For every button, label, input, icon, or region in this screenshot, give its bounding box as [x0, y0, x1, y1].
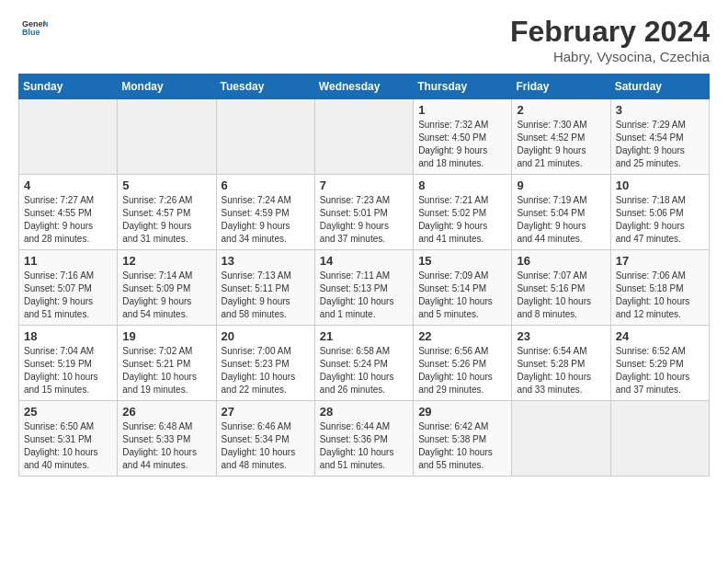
- day-number: 20: [222, 329, 310, 343]
- calendar-cell: 3Sunrise: 7:29 AM Sunset: 4:54 PM Daylig…: [610, 99, 709, 175]
- day-info: Sunrise: 7:32 AM Sunset: 4:50 PM Dayligh…: [418, 119, 506, 170]
- title-section: February 2024 Habry, Vysocina, Czechia: [510, 15, 710, 64]
- calendar-cell: 29Sunrise: 6:42 AM Sunset: 5:38 PM Dayli…: [414, 401, 512, 477]
- day-info: Sunrise: 6:46 AM Sunset: 5:34 PM Dayligh…: [222, 420, 310, 472]
- calendar-cell: 27Sunrise: 6:46 AM Sunset: 5:34 PM Dayli…: [216, 401, 314, 477]
- day-info: Sunrise: 6:52 AM Sunset: 5:29 PM Dayligh…: [616, 345, 704, 396]
- calendar-cell: 9Sunrise: 7:19 AM Sunset: 5:04 PM Daylig…: [512, 175, 610, 250]
- svg-text:Blue: Blue: [22, 28, 40, 37]
- day-number: 26: [122, 405, 210, 419]
- day-info: Sunrise: 7:04 AM Sunset: 5:19 PM Dayligh…: [24, 345, 112, 396]
- day-number: 3: [616, 103, 704, 117]
- day-info: Sunrise: 7:02 AM Sunset: 5:21 PM Dayligh…: [122, 345, 210, 396]
- day-number: 8: [418, 178, 506, 192]
- weekday-header-row: SundayMondayTuesdayWednesdayThursdayFrid…: [19, 75, 710, 99]
- day-number: 4: [24, 178, 112, 192]
- calendar-cell: 20Sunrise: 7:00 AM Sunset: 5:23 PM Dayli…: [216, 326, 314, 401]
- day-number: 24: [616, 329, 704, 343]
- day-info: Sunrise: 7:13 AM Sunset: 5:11 PM Dayligh…: [222, 270, 310, 321]
- day-info: Sunrise: 6:50 AM Sunset: 5:31 PM Dayligh…: [24, 420, 112, 472]
- calendar-week-row: 4Sunrise: 7:27 AM Sunset: 4:55 PM Daylig…: [19, 175, 710, 250]
- day-info: Sunrise: 6:58 AM Sunset: 5:24 PM Dayligh…: [320, 345, 408, 396]
- day-info: Sunrise: 7:07 AM Sunset: 5:16 PM Dayligh…: [517, 270, 605, 321]
- calendar-week-row: 11Sunrise: 7:16 AM Sunset: 5:07 PM Dayli…: [19, 250, 710, 326]
- day-number: 17: [616, 254, 704, 268]
- day-number: 28: [320, 405, 408, 419]
- calendar-cell: 7Sunrise: 7:23 AM Sunset: 5:01 PM Daylig…: [314, 175, 413, 250]
- calendar-cell: [610, 401, 709, 477]
- calendar-cell: 26Sunrise: 6:48 AM Sunset: 5:33 PM Dayli…: [118, 401, 216, 477]
- calendar-cell: 25Sunrise: 6:50 AM Sunset: 5:31 PM Dayli…: [19, 401, 118, 477]
- calendar-cell: 24Sunrise: 6:52 AM Sunset: 5:29 PM Dayli…: [610, 326, 709, 401]
- header: General Blue February 2024 Habry, Vysoci…: [18, 15, 710, 64]
- day-number: 27: [222, 405, 310, 419]
- calendar-cell: 21Sunrise: 6:58 AM Sunset: 5:24 PM Dayli…: [314, 326, 413, 401]
- day-info: Sunrise: 7:16 AM Sunset: 5:07 PM Dayligh…: [24, 270, 112, 321]
- day-info: Sunrise: 7:18 AM Sunset: 5:06 PM Dayligh…: [616, 194, 704, 246]
- calendar-cell: 18Sunrise: 7:04 AM Sunset: 5:19 PM Dayli…: [19, 326, 118, 401]
- calendar-cell: 14Sunrise: 7:11 AM Sunset: 5:13 PM Dayli…: [314, 250, 413, 326]
- calendar-cell: 8Sunrise: 7:21 AM Sunset: 5:02 PM Daylig…: [414, 175, 512, 250]
- calendar-cell: 16Sunrise: 7:07 AM Sunset: 5:16 PM Dayli…: [512, 250, 610, 326]
- day-number: 23: [517, 329, 605, 343]
- day-number: 12: [122, 254, 210, 268]
- calendar-cell: 13Sunrise: 7:13 AM Sunset: 5:11 PM Dayli…: [216, 250, 314, 326]
- weekday-header-tuesday: Tuesday: [216, 75, 314, 99]
- calendar-cell: 22Sunrise: 6:56 AM Sunset: 5:26 PM Dayli…: [414, 326, 512, 401]
- day-number: 16: [517, 254, 605, 268]
- day-info: Sunrise: 6:44 AM Sunset: 5:36 PM Dayligh…: [320, 420, 408, 472]
- calendar-cell: [216, 99, 314, 175]
- day-info: Sunrise: 7:00 AM Sunset: 5:23 PM Dayligh…: [222, 345, 310, 396]
- day-info: Sunrise: 7:27 AM Sunset: 4:55 PM Dayligh…: [24, 194, 112, 246]
- day-info: Sunrise: 7:06 AM Sunset: 5:18 PM Dayligh…: [616, 270, 704, 321]
- day-info: Sunrise: 7:23 AM Sunset: 5:01 PM Dayligh…: [320, 194, 408, 246]
- calendar-cell: 4Sunrise: 7:27 AM Sunset: 4:55 PM Daylig…: [19, 175, 118, 250]
- calendar-cell: 5Sunrise: 7:26 AM Sunset: 4:57 PM Daylig…: [118, 175, 216, 250]
- day-info: Sunrise: 7:21 AM Sunset: 5:02 PM Dayligh…: [418, 194, 506, 246]
- day-info: Sunrise: 6:56 AM Sunset: 5:26 PM Dayligh…: [418, 345, 506, 396]
- calendar-cell: [19, 99, 118, 175]
- day-info: Sunrise: 6:48 AM Sunset: 5:33 PM Dayligh…: [122, 420, 210, 472]
- day-info: Sunrise: 7:30 AM Sunset: 4:52 PM Dayligh…: [517, 119, 605, 170]
- calendar-week-row: 18Sunrise: 7:04 AM Sunset: 5:19 PM Dayli…: [19, 326, 710, 401]
- day-number: 11: [24, 254, 112, 268]
- day-number: 10: [616, 178, 704, 192]
- weekday-header-thursday: Thursday: [414, 75, 512, 99]
- calendar-cell: [512, 401, 610, 477]
- weekday-header-sunday: Sunday: [19, 75, 118, 99]
- calendar-cell: 6Sunrise: 7:24 AM Sunset: 4:59 PM Daylig…: [216, 175, 314, 250]
- day-number: 29: [418, 405, 506, 419]
- calendar-cell: 11Sunrise: 7:16 AM Sunset: 5:07 PM Dayli…: [19, 250, 118, 326]
- calendar-cell: 28Sunrise: 6:44 AM Sunset: 5:36 PM Dayli…: [314, 401, 413, 477]
- subtitle: Habry, Vysocina, Czechia: [510, 49, 710, 64]
- day-info: Sunrise: 7:11 AM Sunset: 5:13 PM Dayligh…: [320, 270, 408, 321]
- day-info: Sunrise: 7:24 AM Sunset: 4:59 PM Dayligh…: [222, 194, 310, 246]
- calendar-cell: 17Sunrise: 7:06 AM Sunset: 5:18 PM Dayli…: [610, 250, 709, 326]
- day-info: Sunrise: 7:09 AM Sunset: 5:14 PM Dayligh…: [418, 270, 506, 321]
- calendar-week-row: 25Sunrise: 6:50 AM Sunset: 5:31 PM Dayli…: [19, 401, 710, 477]
- weekday-header-monday: Monday: [118, 75, 216, 99]
- day-info: Sunrise: 7:19 AM Sunset: 5:04 PM Dayligh…: [517, 194, 605, 246]
- logo: General Blue: [18, 15, 48, 44]
- day-number: 5: [122, 178, 210, 192]
- calendar-cell: 15Sunrise: 7:09 AM Sunset: 5:14 PM Dayli…: [414, 250, 512, 326]
- day-number: 25: [24, 405, 112, 419]
- calendar-cell: 1Sunrise: 7:32 AM Sunset: 4:50 PM Daylig…: [414, 99, 512, 175]
- day-number: 1: [418, 103, 506, 117]
- weekday-header-saturday: Saturday: [610, 75, 709, 99]
- calendar-cell: [118, 99, 216, 175]
- weekday-header-friday: Friday: [512, 75, 610, 99]
- logo-icon: General Blue: [22, 15, 48, 40]
- calendar-table: SundayMondayTuesdayWednesdayThursdayFrid…: [18, 74, 710, 477]
- calendar-cell: 19Sunrise: 7:02 AM Sunset: 5:21 PM Dayli…: [118, 326, 216, 401]
- day-number: 21: [320, 329, 408, 343]
- day-number: 13: [222, 254, 310, 268]
- day-info: Sunrise: 7:26 AM Sunset: 4:57 PM Dayligh…: [122, 194, 210, 246]
- calendar-cell: [314, 99, 413, 175]
- day-number: 7: [320, 178, 408, 192]
- day-number: 15: [418, 254, 506, 268]
- day-info: Sunrise: 6:42 AM Sunset: 5:38 PM Dayligh…: [418, 420, 506, 472]
- calendar-cell: 10Sunrise: 7:18 AM Sunset: 5:06 PM Dayli…: [610, 175, 709, 250]
- main-title: February 2024: [510, 15, 710, 49]
- day-info: Sunrise: 7:29 AM Sunset: 4:54 PM Dayligh…: [616, 119, 704, 170]
